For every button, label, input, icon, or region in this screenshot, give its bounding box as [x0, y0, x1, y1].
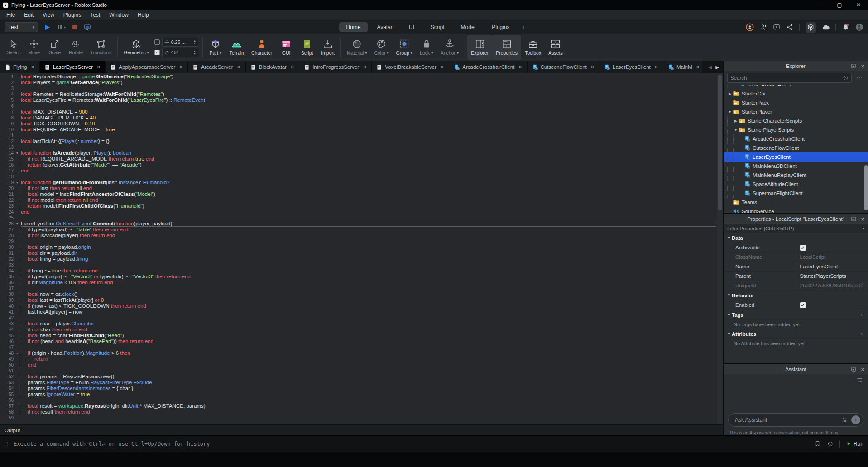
ribbon-tab-add[interactable]: + — [519, 22, 529, 32]
explorer-item-StarterPlayerScripts[interactable]: ▼ StarterPlayerScripts — [724, 125, 868, 134]
property-row-archivable[interactable]: Archivable ✓ — [724, 243, 868, 253]
assistant-history-icon[interactable] — [857, 377, 863, 383]
toolbar-lock-button[interactable]: Lock▾ — [416, 35, 437, 60]
stepper-arrows-icon[interactable]: ▲▼ — [193, 50, 196, 55]
menu-plugins[interactable]: Plugins — [59, 10, 86, 19]
explorer-item-MainMenu3DClient[interactable]: MainMenu3DClient — [724, 162, 868, 171]
menu-test[interactable]: Test — [86, 10, 105, 19]
bell-icon[interactable] — [842, 24, 849, 31]
property-row-parent[interactable]: Parent StarterPlayerScripts — [724, 272, 868, 281]
explorer-item-SpaceAltitudeClient[interactable]: SpaceAltitudeClient — [724, 180, 868, 189]
ribbon-tab-plugins[interactable]: Plugins — [484, 22, 517, 32]
toolbar-character-button[interactable]: Character — [248, 35, 276, 60]
explorer-item-StarterPack[interactable]: StarterPack — [724, 98, 868, 107]
script-tab-ArcadeServer[interactable]: ArcadeServer✕ — [188, 61, 246, 73]
checkbox-checked[interactable]: ✓ — [800, 302, 806, 308]
tree-closed-arrow-icon[interactable]: ▶ — [733, 119, 739, 123]
record-avatar-icon[interactable] — [746, 23, 754, 31]
close-panel-icon[interactable]: × — [861, 63, 864, 70]
close-tab-icon[interactable]: ✕ — [654, 64, 658, 70]
snap-checkbox-0[interactable] — [154, 39, 160, 45]
toolbar-toolbox-button[interactable]: Toolbox — [521, 35, 545, 60]
stop-button[interactable] — [72, 24, 78, 30]
menu-window[interactable]: Window — [105, 10, 133, 19]
close-tab-icon[interactable]: ✕ — [440, 64, 444, 70]
properties-section-behavior[interactable]: ▼ Behavior — [724, 291, 868, 300]
properties-section-attributes[interactable]: ▼ Attributes + — [724, 329, 868, 339]
run-button[interactable]: Run — [846, 441, 863, 447]
menu-edit[interactable]: Edit — [19, 10, 38, 19]
properties-section-tags[interactable]: ▼ Tags + — [724, 310, 868, 320]
explorer-more-button[interactable]: ⋯ — [854, 73, 864, 82]
section-collapse-icon[interactable]: ▼ — [724, 332, 732, 336]
person-add-icon[interactable] — [760, 24, 767, 31]
pause-button[interactable]: ▾ — [57, 24, 66, 30]
toolbar-geometric-button[interactable]: Geometric▾ — [120, 35, 152, 60]
explorer-item-StarterPlayer[interactable]: ▼ StarterPlayer — [724, 107, 868, 116]
popout-icon[interactable] — [851, 367, 856, 372]
close-tab-icon[interactable]: ✕ — [363, 64, 367, 70]
command-bar[interactable]: ⋮ Execute a command with Ctrl↵ or use Ct… — [0, 435, 868, 452]
toolbar-properties-button[interactable]: Properties — [492, 35, 521, 60]
property-row-classname[interactable]: ClassName LocalScript — [724, 253, 868, 262]
fold-arrow-icon[interactable]: ▼ — [14, 350, 21, 356]
toolbar-explorer-button[interactable]: Explorer — [467, 35, 492, 60]
close-tab-icon[interactable]: ✕ — [696, 64, 700, 70]
menu-view[interactable]: View — [38, 10, 59, 19]
toolbar-script-button[interactable]: Script — [297, 35, 317, 60]
toolbar-terrain-button[interactable]: Terrain — [226, 35, 248, 60]
assistant-options-icon[interactable] — [841, 417, 848, 423]
test-device-dropdown[interactable]: Test ▾ — [5, 22, 38, 32]
add-icon[interactable]: + — [860, 311, 868, 318]
properties-section-data[interactable]: ▼ Data — [724, 233, 868, 243]
toolbar-assets-button[interactable]: Assets — [545, 35, 566, 60]
assistant-send-button[interactable]: ↑ — [851, 415, 860, 424]
cloud-icon[interactable] — [822, 24, 830, 31]
fold-arrow-icon[interactable]: ▼ — [14, 150, 21, 156]
explorer-item-ArcadeCrosshairClient[interactable]: ArcadeCrosshairClient — [724, 134, 868, 143]
scroll-tabs-left-icon[interactable]: ◀ — [709, 65, 712, 70]
explorer-search-input[interactable]: Search — [727, 73, 852, 83]
snap-stepper-0[interactable]: 0.25 ...▲▼ — [162, 38, 198, 47]
close-tab-icon[interactable]: ✕ — [518, 64, 522, 70]
script-tab-MainM[interactable]: MainM✕ — [663, 61, 702, 73]
close-tab-icon[interactable]: ✕ — [31, 64, 35, 70]
explorer-item-CutsceneFlowClient[interactable]: CutsceneFlowClient — [724, 143, 868, 152]
menu-file[interactable]: File — [2, 10, 19, 19]
history-icon[interactable] — [827, 441, 833, 447]
editor-scrollbar[interactable] — [717, 73, 723, 424]
scroll-tabs-right-icon[interactable]: ▶ — [715, 65, 719, 70]
close-panel-icon[interactable]: × — [861, 366, 864, 373]
toolbar-select-button[interactable]: Select — [3, 35, 24, 60]
search-history-icon[interactable] — [843, 75, 849, 81]
ribbon-tab-model[interactable]: Model — [454, 22, 483, 32]
explorer-item-LaserEyesClient[interactable]: LaserEyesClient — [724, 152, 868, 162]
toolbar-material-button[interactable]: Material▾ — [343, 35, 370, 60]
snap-checkbox-1[interactable]: ✓ — [154, 50, 160, 55]
section-collapse-icon[interactable]: ▼ — [724, 313, 732, 317]
tree-open-arrow-icon[interactable]: ▼ — [733, 128, 739, 132]
script-tab-LaserEyesClient[interactable]: LaserEyesClient✕ — [599, 61, 663, 73]
explorer-item-RBX_ANIMSAVES[interactable]: RBX_ANIMSAVES — [724, 85, 868, 89]
close-tab-icon[interactable]: ✕ — [96, 64, 101, 70]
toolbar-scale-button[interactable]: Scale — [44, 35, 65, 60]
fold-arrow-icon[interactable]: ▼ — [14, 221, 21, 227]
ribbon-tab-avatar[interactable]: Avatar — [369, 22, 399, 32]
command-input[interactable]: Execute a command with Ctrl↵ or use Ctrl… — [14, 441, 815, 447]
script-tab-VoxelBreakableServer[interactable]: VoxelBreakableServer✕ — [372, 61, 449, 73]
ribbon-tab-ui[interactable]: UI — [402, 22, 422, 32]
toolbar-group-button[interactable]: Group▾ — [393, 35, 416, 60]
popout-icon[interactable] — [851, 216, 856, 222]
close-panel-icon[interactable]: × — [861, 216, 864, 223]
toolbar-color-button[interactable]: Color▾ — [370, 35, 392, 60]
explorer-item-SoundService[interactable]: SoundService — [724, 207, 868, 213]
checkbox-checked[interactable]: ✓ — [800, 245, 806, 251]
fold-arrow-icon[interactable]: ▼ — [14, 180, 21, 186]
explorer-item-StarterGui[interactable]: ▶ StarterGui — [724, 89, 868, 98]
toolbar-anchor-button[interactable]: Anchor▾ — [437, 35, 462, 60]
explorer-item-StarterCharacterScripts[interactable]: ▶ StarterCharacterScripts — [724, 116, 868, 125]
snap-stepper-1[interactable]: 45°▲▼ — [162, 48, 198, 57]
share-icon[interactable] — [786, 24, 793, 31]
script-tab-CutsceneFlowClient[interactable]: CutsceneFlowClient✕ — [528, 61, 599, 73]
add-icon[interactable]: + — [860, 330, 868, 337]
